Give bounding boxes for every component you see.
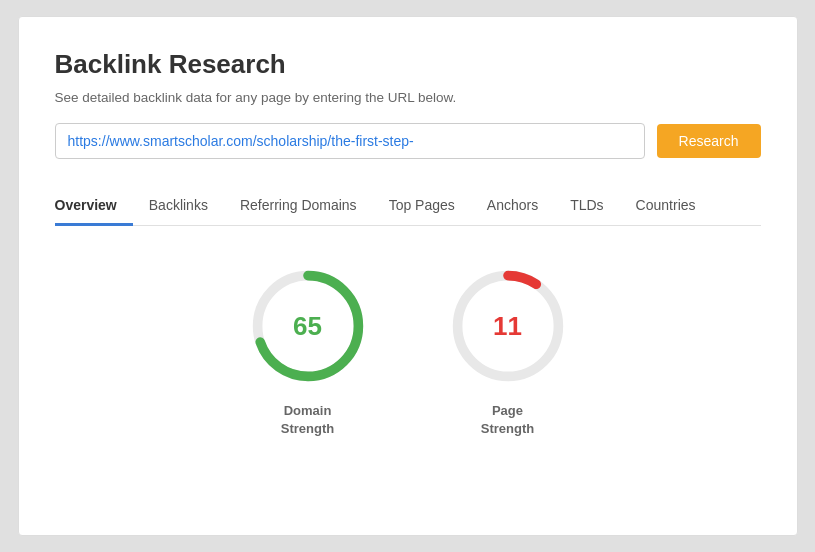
page-strength-label: PageStrength bbox=[481, 402, 534, 438]
tab-backlinks[interactable]: Backlinks bbox=[133, 187, 224, 226]
page-title: Backlink Research bbox=[55, 49, 761, 80]
research-button[interactable]: Research bbox=[657, 124, 761, 158]
page-strength-value: 11 bbox=[493, 311, 522, 342]
page-strength-chart: 11 bbox=[448, 266, 568, 386]
tabs-nav: Overview Backlinks Referring Domains Top… bbox=[55, 187, 761, 226]
tab-referring-domains[interactable]: Referring Domains bbox=[224, 187, 373, 226]
page-strength-metric: 11 PageStrength bbox=[448, 266, 568, 438]
tab-countries[interactable]: Countries bbox=[620, 187, 712, 226]
tab-anchors[interactable]: Anchors bbox=[471, 187, 554, 226]
domain-strength-chart: 65 bbox=[248, 266, 368, 386]
metrics-row: 65 DomainStrength 11 PageStrength bbox=[55, 266, 761, 438]
tab-top-pages[interactable]: Top Pages bbox=[373, 187, 471, 226]
tab-tlds[interactable]: TLDs bbox=[554, 187, 619, 226]
search-row: Research bbox=[55, 123, 761, 159]
tab-overview[interactable]: Overview bbox=[55, 187, 133, 226]
subtitle: See detailed backlink data for any page … bbox=[55, 90, 761, 105]
domain-strength-metric: 65 DomainStrength bbox=[248, 266, 368, 438]
domain-strength-value: 65 bbox=[293, 311, 322, 342]
url-input[interactable] bbox=[55, 123, 645, 159]
domain-strength-label: DomainStrength bbox=[281, 402, 334, 438]
main-card: Backlink Research See detailed backlink … bbox=[18, 16, 798, 536]
